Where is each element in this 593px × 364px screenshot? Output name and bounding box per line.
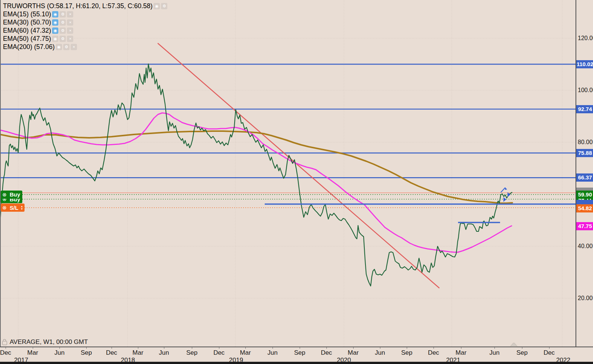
- month-label: Sep: [401, 349, 412, 357]
- price-level-badge: 54.82: [576, 204, 593, 212]
- price-level-badge: 47.75: [576, 222, 593, 230]
- time-axis-tick: [353, 347, 354, 349]
- time-axis-tick: [273, 347, 273, 349]
- month-label: Sep: [81, 349, 92, 357]
- time-axis-tick: [461, 347, 461, 349]
- close-order-icon[interactable]: ⊗: [1, 192, 8, 198]
- gear-icon[interactable]: ⚙: [59, 19, 66, 26]
- price-axis-label: 80.00: [578, 139, 593, 146]
- time-axis-tick: [33, 347, 33, 349]
- month-label: Sep: [516, 349, 528, 357]
- close-icon[interactable]: ×: [67, 36, 73, 42]
- time-axis-tick: [59, 347, 60, 349]
- eye-icon[interactable]: ◉: [52, 27, 58, 34]
- bottom-border-bar: [0, 362, 593, 364]
- month-label: Jun: [267, 349, 277, 357]
- month-label: Mar: [348, 349, 358, 357]
- eye-icon[interactable]: ◉: [52, 11, 58, 17]
- indicator-row: EMA(60) (47.32)◉⚙×: [3, 26, 167, 35]
- price-axis-label: 120.00: [578, 35, 593, 42]
- eye-icon[interactable]: ◉: [56, 44, 62, 50]
- indicator-row: EMA(30) (50.70)◉⚙×: [3, 18, 167, 26]
- indicator-label: EMA(30) (50.70): [3, 19, 51, 26]
- month-label: Sep: [186, 349, 197, 357]
- trading-chart-window: TRUWORTHS (O:58.17, H:61.20, L:57.35, C:…: [0, 0, 593, 364]
- buy-trade-arrow-icon: [504, 198, 506, 201]
- descending-trendline[interactable]: [158, 43, 439, 288]
- price-axis-label: 40.00: [578, 243, 593, 250]
- month-label: Dec: [106, 349, 117, 357]
- month-label: Dec: [213, 349, 225, 357]
- month-label: Jun: [54, 349, 64, 357]
- close-icon[interactable]: ×: [67, 19, 73, 26]
- time-axis-tick: [245, 347, 246, 349]
- time-axis-tick: [326, 347, 327, 349]
- unlock-icon[interactable]: [2, 341, 7, 345]
- entry-arrow-head: [505, 188, 507, 190]
- gear-icon[interactable]: ⚙: [59, 11, 66, 17]
- close-icon[interactable]: ×: [67, 27, 73, 34]
- gear-icon[interactable]: ⚙: [161, 3, 167, 9]
- order-label: Buy: [8, 191, 22, 198]
- price-plot-svg[interactable]: [0, 0, 576, 347]
- drag-arrows-icon[interactable]: ▲▼: [20, 205, 25, 210]
- time-axis-tick: [300, 347, 300, 349]
- indicator-row: EMA(15) (55.10)◉⚙×: [3, 10, 167, 18]
- buy-order-badge[interactable]: ⊗Buy: [1, 191, 22, 199]
- month-label: Dec: [321, 349, 332, 357]
- gear-icon[interactable]: ⚙: [63, 44, 70, 50]
- month-label: Sep: [294, 349, 305, 357]
- eye-icon[interactable]: ◉: [154, 3, 160, 9]
- symbol-ohlc-text: TRUWORTHS (O:58.17, H:61.20, L:57.35, C:…: [3, 2, 152, 10]
- month-label: Dec: [544, 349, 555, 357]
- eye-icon[interactable]: ◉: [52, 36, 58, 42]
- month-label: Mar: [455, 349, 466, 357]
- month-label: Dec: [428, 349, 439, 357]
- price-level-badge: 110.02: [576, 60, 593, 68]
- month-label: Dec: [0, 349, 11, 357]
- gear-icon[interactable]: ⚙: [59, 36, 66, 42]
- time-axis-tick: [138, 347, 138, 349]
- stop-loss-badge[interactable]: ⊗S/L▲▼: [1, 204, 25, 212]
- price-level-badge: 75.88: [576, 149, 593, 157]
- price-level-badge: 66.37: [576, 173, 593, 182]
- price-axis[interactable]: 120.00100.0080.0060.0040.0020.00110.0292…: [576, 0, 593, 347]
- month-label: Mar: [132, 349, 143, 357]
- month-label: Jun: [375, 349, 385, 357]
- chart-canvas[interactable]: [0, 0, 576, 347]
- ema50-line[interactable]: [0, 113, 512, 252]
- status-bar: AVERAGE, W1, 00:00 GMT: [2, 338, 88, 346]
- time-axis-tick: [219, 347, 219, 349]
- indicator-row: EMA(200) (57.06)◉⚙×: [3, 43, 167, 51]
- month-label: Mar: [240, 349, 251, 357]
- price-close-weekly[interactable]: [0, 64, 512, 286]
- eye-icon[interactable]: ◉: [52, 19, 58, 26]
- gear-icon[interactable]: ⚙: [59, 27, 66, 34]
- close-icon[interactable]: ×: [67, 11, 73, 17]
- price-axis-label: 100.00: [578, 87, 593, 94]
- month-label: Jun: [159, 349, 169, 357]
- indicator-label: EMA(15) (55.10): [3, 10, 51, 18]
- month-label: Mar: [27, 349, 38, 357]
- axis-position-marker-triangle[interactable]: [510, 343, 517, 347]
- indicator-row: EMA(50) (47.75)◉⚙×: [3, 35, 167, 43]
- month-label: Jun: [489, 349, 499, 357]
- indicator-legend: TRUWORTHS (O:58.17, H:61.20, L:57.35, C:…: [3, 2, 167, 51]
- order-label: S/L: [8, 205, 20, 211]
- indicator-label: EMA(200) (57.06): [3, 43, 55, 51]
- plot-left-border: [0, 0, 1, 347]
- price-level-badge: 92.74: [576, 105, 593, 113]
- price-level-badge: 59.90: [576, 191, 593, 199]
- symbol-ohlc-row: TRUWORTHS (O:58.17, H:61.20, L:57.35, C:…: [3, 2, 167, 10]
- indicator-label: EMA(50) (47.75): [3, 35, 51, 43]
- price-axis-label: 20.00: [578, 295, 593, 302]
- time-axis-tick: [6, 347, 6, 349]
- time-axis[interactable]: DecMarJunSepDecMarJunSepDecMarJunSepDecM…: [0, 347, 593, 363]
- close-icon[interactable]: ×: [71, 44, 77, 50]
- time-axis-tick: [112, 347, 112, 349]
- time-axis-tick: [434, 347, 434, 349]
- close-order-icon[interactable]: ⊗: [1, 205, 8, 211]
- time-axis-tick: [494, 347, 495, 349]
- time-axis-tick: [192, 347, 192, 349]
- time-axis-tick: [549, 347, 550, 349]
